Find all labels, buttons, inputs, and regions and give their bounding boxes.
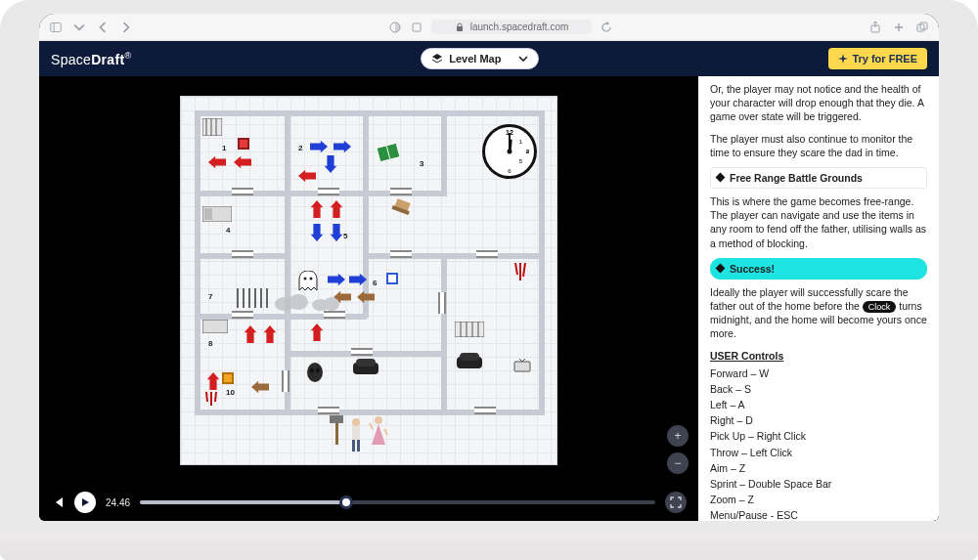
svg-point-18 xyxy=(304,277,307,280)
controls-header: USER Controls xyxy=(710,349,927,363)
new-tab-icon[interactable] xyxy=(892,21,906,34)
svg-point-41 xyxy=(307,363,323,382)
room-number: 2 xyxy=(298,144,302,152)
app-logo[interactable]: SpaceDraft® xyxy=(51,51,131,67)
room-number: 3 xyxy=(420,159,423,168)
arrow-up-icon xyxy=(206,372,220,390)
story-text: Or, the player may not notice and the he… xyxy=(710,82,927,124)
brand-part-a: Space xyxy=(51,51,91,66)
fullscreen-button[interactable] xyxy=(665,492,687,513)
svg-rect-50 xyxy=(352,440,355,452)
svg-point-21 xyxy=(289,294,308,310)
hammer-icon xyxy=(328,415,345,449)
orange-square xyxy=(222,372,234,384)
svg-line-54 xyxy=(384,429,387,435)
url-bar[interactable]: launch.spacedraft.com xyxy=(431,20,593,34)
try-label: Try for FREE xyxy=(852,53,917,65)
svg-rect-30 xyxy=(202,320,228,333)
refresh-icon[interactable] xyxy=(600,21,613,34)
bookshelf-icon xyxy=(455,322,484,337)
room-number: 8 xyxy=(208,339,212,348)
section-header[interactable]: Free Range Battle Grounds xyxy=(710,167,927,189)
fence-icon xyxy=(236,286,271,308)
bookshelf-icon xyxy=(202,118,222,136)
floorplan[interactable]: 12 1 2 4 5 6 1 xyxy=(180,96,557,465)
section-title: Success! xyxy=(730,262,775,276)
arrow-right-icon xyxy=(333,140,351,153)
diamond-icon xyxy=(716,173,726,183)
control-line: Aim – Z xyxy=(710,461,927,475)
section-header-success[interactable]: Success! xyxy=(710,258,927,280)
control-line: Right – D xyxy=(710,413,927,427)
svg-line-53 xyxy=(370,423,373,429)
arrow-left-icon xyxy=(298,169,316,183)
app-header: SpaceDraft® Level Map Try for FREE xyxy=(39,41,939,76)
skip-back-button[interactable] xyxy=(51,495,65,509)
arrow-up-icon xyxy=(310,323,324,341)
person-icon xyxy=(347,417,365,456)
sparkle-icon xyxy=(838,54,848,64)
svg-point-43 xyxy=(316,367,320,372)
laptop-base xyxy=(0,533,978,560)
shield-icon[interactable] xyxy=(388,21,402,34)
tabs-icon[interactable] xyxy=(915,21,929,34)
story-text: This is where the game becomes free-rang… xyxy=(710,194,927,250)
svg-point-42 xyxy=(310,367,314,372)
sidebar-toggle-icon[interactable] xyxy=(49,21,63,34)
url-text: launch.spacedraft.com xyxy=(470,22,569,32)
story-text: The player must also continue to monitor… xyxy=(710,132,927,159)
arrow-left-icon xyxy=(208,155,226,169)
arrow-down-icon xyxy=(310,224,324,241)
diamond-icon xyxy=(716,264,726,274)
room-number: 6 xyxy=(373,279,377,287)
clock-pill: Clock xyxy=(863,301,897,313)
svg-point-52 xyxy=(375,416,382,424)
control-line: Zoom – Z xyxy=(710,493,927,506)
arrow-right-icon xyxy=(310,140,328,153)
level-select-label: Level Map xyxy=(449,53,501,65)
control-line: Forward – W xyxy=(710,366,927,380)
browser-chrome: launch.spacedraft.com xyxy=(39,14,939,41)
blood-icon xyxy=(513,263,527,288)
sofa-icon xyxy=(353,359,378,374)
sofa-icon xyxy=(457,353,482,368)
forward-icon[interactable] xyxy=(119,21,133,34)
slider-thumb[interactable] xyxy=(339,495,353,509)
share-icon[interactable] xyxy=(868,21,882,34)
bed-icon xyxy=(202,206,232,222)
timeline-slider[interactable] xyxy=(140,500,655,504)
svg-rect-49 xyxy=(352,426,360,440)
room-number: 4 xyxy=(226,226,230,235)
svg-point-48 xyxy=(352,418,360,426)
svg-rect-47 xyxy=(330,415,343,423)
control-line: Left – A xyxy=(710,398,927,411)
play-button[interactable] xyxy=(74,492,96,513)
zoom-in-button[interactable]: + xyxy=(667,425,689,447)
arrow-right-icon xyxy=(349,273,367,286)
svg-rect-46 xyxy=(335,421,338,445)
control-line: Back – S xyxy=(710,382,927,396)
arrow-up-icon xyxy=(244,325,257,343)
chevron-down-icon xyxy=(518,54,528,64)
story-text: Ideally the player will successfully sca… xyxy=(710,285,927,341)
svg-rect-0 xyxy=(51,22,62,31)
desk-icon xyxy=(202,320,228,333)
arrow-down-icon xyxy=(330,224,343,241)
canvas[interactable]: 12 1 2 4 5 6 1 xyxy=(39,76,698,484)
level-select[interactable]: Level Map xyxy=(421,48,539,69)
arrow-left-icon xyxy=(234,155,251,169)
reader-icon[interactable] xyxy=(410,21,423,34)
zoom-out-button[interactable]: − xyxy=(667,452,689,474)
blue-square xyxy=(386,273,398,284)
try-for-free-button[interactable]: Try for FREE xyxy=(828,48,927,69)
tv-icon xyxy=(513,359,531,372)
dropdown-icon[interactable] xyxy=(72,21,86,34)
red-square xyxy=(238,138,249,150)
back-icon[interactable] xyxy=(96,21,110,34)
svg-point-23 xyxy=(324,297,339,311)
workspace: 12 1 2 4 5 6 1 xyxy=(39,76,939,521)
control-line: Menu/Pause - ESC xyxy=(710,508,927,521)
arrow-right-icon xyxy=(328,273,345,286)
clock-icon: 12 1 2 4 5 6 xyxy=(482,124,537,179)
zoom-controls: + − xyxy=(667,425,689,474)
